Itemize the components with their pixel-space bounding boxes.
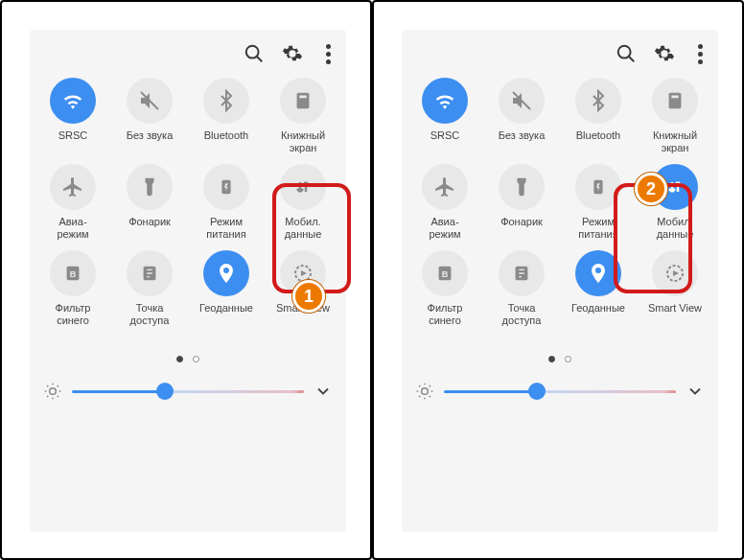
qs-tile-location[interactable]: Геоданные — [189, 250, 264, 329]
tile-label: Геоданные — [571, 302, 625, 329]
topbar — [402, 30, 718, 74]
svg-line-37 — [430, 385, 430, 386]
qs-tile-power[interactable]: Режим питания — [189, 164, 264, 243]
tile-label: SRSC — [430, 129, 460, 156]
qs-tile-flashlight[interactable]: Фонарик — [484, 164, 559, 243]
brightness-slider[interactable] — [72, 390, 304, 393]
tile-label: Фонарик — [128, 216, 171, 243]
search-icon[interactable] — [244, 43, 265, 64]
svg-rect-22 — [669, 93, 682, 109]
svg-rect-4 — [299, 96, 306, 99]
tile-label: Авиа- режим — [57, 216, 88, 243]
wifi-icon[interactable] — [50, 78, 96, 124]
airplane-icon[interactable] — [50, 164, 96, 210]
hotspot-icon[interactable] — [127, 250, 173, 296]
qs-tile-bluetooth[interactable]: Bluetooth — [189, 78, 264, 156]
svg-point-10 — [50, 388, 57, 395]
bluetooth-icon[interactable] — [575, 78, 621, 124]
brightness-thumb[interactable] — [528, 383, 546, 400]
svg-line-16 — [58, 396, 58, 397]
blue-icon[interactable]: B — [50, 250, 96, 296]
tile-label: Режим питания — [578, 216, 617, 243]
tile-label: Геоданные — [199, 302, 253, 329]
svg-point-19 — [618, 46, 631, 58]
annotation-1: 1 — [292, 280, 325, 313]
tile-label: Фильтр синего — [56, 302, 91, 329]
svg-point-0 — [246, 46, 259, 58]
tile-label: SRSC — [58, 129, 88, 156]
gear-icon[interactable] — [654, 43, 675, 64]
gear-icon[interactable] — [282, 43, 303, 64]
qs-tile-mute[interactable]: Без звука — [484, 78, 559, 156]
power-icon[interactable] — [203, 164, 249, 210]
qs-tile-wifi[interactable]: SRSC — [407, 78, 482, 156]
qs-tile-bluefilter[interactable]: BФильтр синего — [35, 250, 110, 329]
svg-point-29 — [422, 388, 429, 395]
tile-label: Книжный экран — [653, 129, 697, 156]
tile-label: Smart View — [648, 302, 702, 329]
annotation-2: 2 — [635, 173, 667, 205]
mute-icon[interactable] — [499, 78, 545, 124]
brightness-icon — [415, 382, 434, 401]
brightness-thumb[interactable] — [156, 383, 174, 400]
brightness-row — [30, 374, 346, 412]
svg-line-34 — [419, 385, 420, 386]
tile-label: Без звука — [499, 129, 546, 156]
svg-line-15 — [47, 385, 48, 386]
book-icon[interactable] — [652, 78, 698, 124]
chevron-down-icon[interactable] — [686, 382, 705, 401]
highlight-box-1 — [272, 183, 351, 293]
airplane-icon[interactable] — [422, 164, 468, 210]
search-icon[interactable] — [616, 43, 637, 64]
tile-label: Без звука — [127, 129, 174, 156]
qs-tile-wifi[interactable]: SRSC — [35, 78, 110, 156]
more-icon[interactable] — [320, 44, 337, 64]
svg-rect-3 — [297, 93, 310, 109]
pager[interactable] — [402, 333, 718, 374]
svg-rect-23 — [671, 96, 678, 99]
tile-label: Фонарик — [500, 216, 543, 243]
qs-tile-hotspot[interactable]: Точка доступа — [484, 250, 559, 329]
tile-label: Авиа- режим — [429, 216, 460, 243]
brightness-slider[interactable] — [444, 390, 676, 393]
qs-tile-airplane[interactable]: Авиа- режим — [407, 164, 482, 243]
qs-tile-book[interactable]: Книжный экран — [266, 78, 340, 156]
location-icon[interactable] — [203, 250, 249, 296]
qs-tile-hotspot[interactable]: Точка доступа — [112, 250, 187, 329]
qs-tile-flashlight[interactable]: Фонарик — [112, 164, 187, 243]
tile-label: Точка доступа — [502, 302, 542, 329]
qs-tile-book[interactable]: Книжный экран — [638, 78, 712, 156]
tile-label: Фильтр синего — [428, 302, 463, 329]
qs-tile-airplane[interactable]: Авиа- режим — [35, 164, 110, 243]
brightness-row — [402, 374, 718, 412]
pager[interactable] — [30, 333, 346, 374]
svg-text:B: B — [70, 269, 77, 279]
tile-label: Bluetooth — [204, 129, 248, 156]
tile-label: Книжный экран — [281, 129, 325, 156]
hotspot-icon[interactable] — [499, 250, 545, 296]
qs-tile-bluetooth[interactable]: Bluetooth — [561, 78, 636, 156]
svg-text:B: B — [442, 269, 449, 279]
more-icon[interactable] — [692, 44, 709, 64]
svg-line-18 — [58, 385, 58, 386]
tile-label: Bluetooth — [576, 129, 620, 156]
qs-tile-mute[interactable]: Без звука — [112, 78, 187, 156]
flashlight-icon[interactable] — [127, 164, 173, 210]
blue-icon[interactable]: B — [422, 250, 468, 296]
svg-line-36 — [419, 396, 420, 397]
book-icon[interactable] — [280, 78, 326, 124]
svg-line-20 — [629, 57, 635, 62]
qs-tile-bluefilter[interactable]: BФильтр синего — [407, 250, 482, 329]
tile-label: Точка доступа — [130, 302, 170, 329]
svg-line-35 — [430, 396, 430, 397]
bluetooth-icon[interactable] — [203, 78, 249, 124]
brightness-icon — [43, 382, 62, 401]
mute-icon[interactable] — [127, 78, 173, 124]
flashlight-icon[interactable] — [499, 164, 545, 210]
svg-line-1 — [257, 57, 263, 62]
tile-label: Режим питания — [206, 216, 245, 243]
topbar — [30, 30, 346, 74]
svg-line-17 — [47, 396, 48, 397]
wifi-icon[interactable] — [422, 78, 468, 124]
chevron-down-icon[interactable] — [314, 382, 333, 401]
